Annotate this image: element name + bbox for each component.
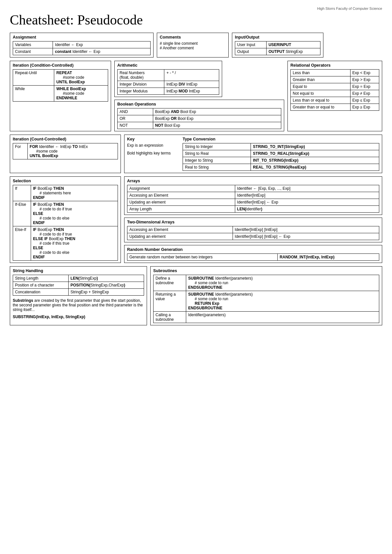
sel-value-ifelse: IF BoolExp THEN # code to do if true ELS…	[31, 201, 118, 226]
for-until: UNTIL BoolExp	[30, 154, 116, 158]
arr-label-access: Accessing an Element	[127, 192, 235, 199]
row-1: Assignment Variables Identifier ← Exp Co…	[10, 33, 382, 57]
selection-title: Selection	[13, 179, 118, 183]
tc-value-its: INT_TO_STRING(IntExp)	[251, 157, 379, 164]
key-exp: Exp is an expression	[127, 143, 179, 148]
sel-label-if: If	[13, 185, 31, 201]
iteration-cc-table: Repeat-Until REPEAT #some code UNTIL Boo…	[13, 69, 108, 102]
table-row: Real to String REAL_TO_STRING(RealExp)	[183, 164, 379, 171]
iteration-count-table: For FOR Identifier ← IntExp TO IntEx #so…	[13, 143, 118, 159]
table-row: Less than Exp < Exp	[291, 70, 379, 76]
boolean-section: Boolean Operations AND BoolExp AND Bool …	[114, 100, 284, 131]
io-label-output: Output	[235, 48, 267, 55]
comments-section: Comments # single line comment # Another…	[157, 33, 229, 57]
two-dim-value-update: Identifier[IntExp] [IntExp] ← Exp	[233, 233, 379, 240]
arrays-section: Arrays Assignment Identifier ← [Exp, Exp…	[124, 176, 382, 215]
sub-value-return: SUBROUTINE Identifier(parameters) # some…	[186, 291, 379, 312]
endif-kw: ENDIF	[33, 195, 116, 200]
table-row: AND BoolExp AND Bool Exp	[118, 108, 281, 115]
ifelse-code2: # code to do else	[33, 216, 116, 220]
iteration-count-section: Iteration (Count-Controlled) For FOR Ide…	[10, 135, 121, 173]
bool-value-not: NOT Bool Exp	[153, 122, 281, 129]
tc-value-str: STRING_TO_REAL(StringExp)	[251, 150, 379, 157]
arr-value-assign: Identifier ← [Exp, Exp, ..., Exp]	[235, 185, 379, 192]
endsubroutine-kw2: ENDSUBROUTINE	[188, 306, 377, 310]
until-kw: UNTIL BoolExp	[56, 80, 106, 84]
assignment-value-variables: Identifier ← Exp	[53, 41, 151, 48]
return-kw: RETURN Exp	[188, 301, 377, 306]
page-header: High Storrs Faculty of Computer Science	[10, 7, 382, 10]
bool-label-or: OR	[118, 115, 153, 122]
boolean-title: Boolean Operations	[117, 102, 281, 106]
sub-label-call: Calling a subroutine	[154, 312, 186, 323]
tc-value-rts: REAL_TO_STRING(RealExp)	[251, 164, 379, 171]
table-row: Updating an element Identifier[IntExp] ←…	[127, 199, 379, 206]
random-table: Generate random number between two integ…	[127, 253, 379, 261]
table-row: Integer Modulus IntExp MOD IntExp	[118, 88, 219, 95]
table-row: Assignment Identifier ← [Exp, Exp, ..., …	[127, 185, 379, 192]
elseif-code3: # code to do else	[33, 250, 116, 255]
rel-label-lte: Less than or equal to	[291, 97, 351, 104]
arr-label-update: Updating an element	[127, 199, 235, 206]
subroutines-table: Define a subroutine SUBROUTINE Identifie…	[153, 275, 379, 323]
sel-label-elseif: Else-If	[13, 226, 31, 261]
elseif-else: ELSE	[33, 246, 116, 250]
endif-kw2: ENDIF	[33, 220, 116, 225]
comments-title: Comments	[160, 35, 226, 40]
arrays-table: Assignment Identifier ← [Exp, Exp, ..., …	[127, 185, 379, 213]
sub-label-return: Returning a value	[154, 291, 186, 312]
arith-label-real: Real Numbers(float, double)	[118, 70, 164, 81]
tc-label-str: String to Real	[183, 150, 251, 157]
ifelse-if: IF BoolExp THEN	[33, 202, 116, 207]
table-row: Calling a subroutine Identifier(paramete…	[154, 312, 379, 323]
elseif-code2: # code if this true	[33, 241, 116, 246]
bool-label-not: NOT	[118, 122, 153, 129]
sub-label-define: Define a subroutine	[154, 275, 186, 291]
two-dim-title: Two-Dimensional Arrays	[127, 220, 379, 224]
string-handling-section: String Handling String Length LEN(String…	[10, 266, 147, 325]
assignment-label-constant: Constant	[13, 48, 53, 55]
table-row: Greater than or equal to Exp ≥ Exp	[291, 104, 379, 111]
table-row: Variables Identifier ← Exp	[13, 41, 151, 48]
rel-value-gte: Exp ≥ Exp	[350, 104, 379, 111]
row-2: Iteration (Condition-Controlled) Repeat-…	[10, 61, 382, 131]
table-row: Accessing an Element Identifier[IntExp] …	[127, 226, 379, 233]
table-row: String to Real STRING_TO_REAL(StringExp)	[183, 150, 379, 157]
selection-table: If IF BoolExp THEN # statements here END…	[13, 185, 118, 261]
random-section: Random Number Generation Generate random…	[124, 245, 382, 263]
arithmetic-section: Arithmetic Real Numbers(float, double) +…	[114, 61, 222, 97]
arith-value-real: + - * /	[164, 70, 219, 81]
random-label: Generate random number between two integ…	[127, 254, 278, 261]
table-row: Define a subroutine SUBROUTINE Identifie…	[154, 275, 379, 291]
two-dim-label-access: Accessing an Element	[127, 226, 233, 233]
endsubroutine-kw: ENDSUBROUTINE	[188, 285, 377, 290]
rel-value-ne: Exp ≠ Exp	[350, 90, 379, 97]
io-value-output: OUTPUT StringExp	[266, 48, 320, 55]
table-row: String to Integer STRING_TO_INT(StringEx…	[183, 143, 379, 150]
for-code: #some code	[30, 149, 116, 154]
table-row: OR BoolExp OR Bool Exp	[118, 115, 281, 122]
while-code: #some code	[56, 91, 106, 96]
if-kw: IF BoolExp THEN	[33, 186, 116, 191]
table-row: Array Length LEN(identifier)	[127, 206, 379, 213]
assignment-table: Variables Identifier ← Exp Constant cons…	[13, 41, 151, 55]
row-5: String Handling String Length LEN(String…	[10, 266, 382, 325]
repeat-code: #some code	[56, 75, 106, 80]
while-kw: WHILE BoolExp	[56, 87, 106, 91]
table-row: Else-If IF BoolExp THEN # code to do if …	[13, 226, 118, 261]
rel-value-lt: Exp < Exp	[350, 70, 379, 76]
sub-define-code: # some code to run	[188, 281, 377, 285]
arith-label-div: Integer Division	[118, 81, 164, 88]
iter-count-label-for: For	[13, 143, 28, 159]
sel-value-if: IF BoolExp THEN # statements here ENDIF	[31, 185, 118, 201]
str-value-pos: POSITION(StringExp,CharExp)	[68, 282, 144, 289]
middle-col: Arithmetic Real Numbers(float, double) +…	[114, 61, 284, 131]
str-label-concat: Concatenation	[13, 289, 69, 296]
else-kw: ELSE	[33, 211, 116, 216]
sub-define-kw: SUBROUTINE Identifier(parameters)	[188, 276, 377, 281]
key-bold: Bold highlights key terms	[127, 151, 179, 155]
str-label-pos: Position of a character	[13, 282, 69, 289]
io-section: Input/Output User Input USERINPUT Output…	[232, 33, 323, 57]
elseif-endif: ENDIF	[33, 255, 116, 259]
table-row: For FOR Identifier ← IntExp TO IntEx #so…	[13, 143, 118, 159]
